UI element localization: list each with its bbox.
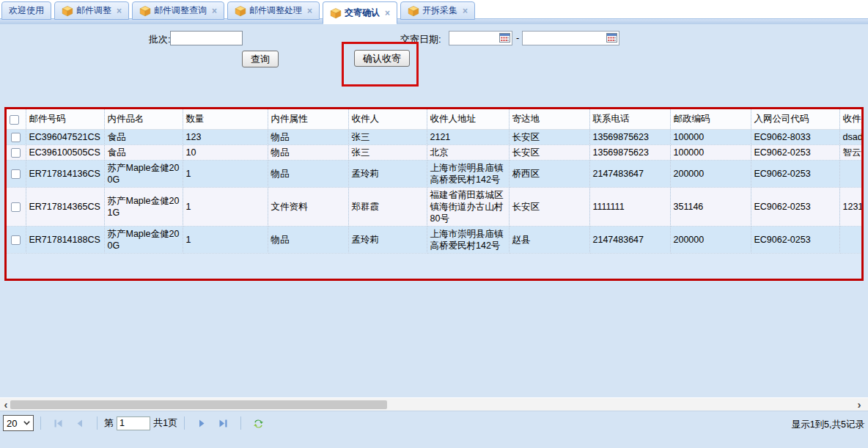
tab-邮件调整查询[interactable]: 邮件调整查询×: [132, 1, 224, 20]
table-cell: 200000: [670, 161, 751, 188]
table-cell: 赵县: [509, 227, 589, 254]
table-row[interactable]: ER717814188CS苏产Maple金健200G1物品孟玲莉上海市崇明县庙镇…: [7, 227, 864, 254]
tab-邮件调整处理[interactable]: 邮件调整处理×: [227, 1, 320, 20]
column-header[interactable]: 收件人单: [839, 109, 864, 130]
chevron-down-icon: [23, 421, 30, 425]
row-checkbox[interactable]: [11, 169, 21, 179]
chevron-right-icon[interactable]: ›: [853, 398, 865, 411]
column-header[interactable]: 邮件号码: [26, 109, 104, 130]
table-cell: 孟玲莉: [348, 161, 427, 188]
table-row[interactable]: ER717814136CS苏产Maple金健200G1物品孟玲莉上海市崇明县庙镇…: [7, 161, 864, 188]
package-icon: [235, 5, 246, 17]
row-checkbox[interactable]: [11, 235, 21, 245]
tab-欢迎使用[interactable]: 欢迎使用: [1, 1, 51, 20]
table-cell: EC9062-0253: [751, 227, 839, 254]
row-checkbox[interactable]: [11, 202, 21, 212]
column-header[interactable]: 收件人: [348, 109, 427, 130]
page-number-input[interactable]: [117, 416, 150, 430]
date-to-field: [522, 31, 619, 45]
table-cell: EC9062-0253: [751, 188, 839, 227]
package-icon: [62, 5, 73, 17]
table-cell: 1111111: [589, 188, 670, 227]
scrollbar-thumb[interactable]: [10, 400, 387, 409]
table-cell: 张三: [348, 145, 427, 161]
close-icon[interactable]: ×: [212, 7, 217, 15]
tab-bar: 欢迎使用邮件调整×邮件调整查询×邮件调整处理×交寄确认×开拆采集×: [0, 0, 868, 24]
table-cell: 1: [183, 188, 268, 227]
table-cell: 100000: [670, 130, 751, 145]
date-range-separator: -: [516, 32, 519, 43]
table-cell: dsadfaf: [839, 130, 864, 145]
table-cell: 351146: [670, 188, 751, 227]
date-from-field: [449, 31, 512, 45]
tab-开拆采集[interactable]: 开拆采集×: [400, 1, 475, 20]
page-prefix-label: 第: [104, 416, 114, 430]
select-all-checkbox[interactable]: [10, 115, 19, 125]
column-header[interactable]: 寄达地: [509, 109, 589, 130]
date-from-input[interactable]: [449, 32, 499, 44]
table-row[interactable]: ER717814365CS苏产Maple金健201G1文件资料郑群霞福建省莆田荔…: [7, 188, 864, 227]
table-cell: EC9062-0253: [751, 161, 839, 188]
table-cell: 物品: [268, 161, 348, 188]
refresh-icon[interactable]: [253, 418, 264, 429]
column-header[interactable]: 收件人地址: [427, 109, 509, 130]
date-to-input[interactable]: [523, 32, 606, 44]
table-cell: 物品: [268, 227, 348, 254]
table-cell: 北京: [427, 145, 509, 161]
close-icon[interactable]: ×: [117, 7, 122, 15]
page-last-icon[interactable]: [218, 418, 229, 429]
table-cell: EC396100505CS: [26, 145, 104, 161]
tab-邮件调整[interactable]: 邮件调整×: [54, 1, 129, 20]
mail-table: 邮件号码内件品名数量内件属性收件人收件人地址寄达地联系电话邮政编码入网公司代码收…: [7, 109, 864, 254]
row-checkbox[interactable]: [11, 148, 21, 158]
page-next-icon[interactable]: [196, 418, 207, 429]
close-icon[interactable]: ×: [307, 7, 312, 15]
column-header[interactable]: 邮政编码: [670, 109, 751, 130]
tab-label: 开拆采集: [422, 4, 457, 17]
table-cell: 孟玲莉: [348, 227, 427, 254]
table-cell: 物品: [268, 130, 348, 145]
table-cell: 200000: [670, 227, 751, 254]
column-header[interactable]: 内件属性: [268, 109, 348, 130]
calendar-icon[interactable]: [499, 33, 511, 43]
table-cell: ER717814188CS: [26, 227, 104, 254]
table-cell: 13569875623: [589, 130, 670, 145]
total-pages-label: 共1页: [153, 416, 177, 430]
column-header[interactable]: 数量: [183, 109, 268, 130]
divider: [40, 416, 41, 430]
confirm-receipt-button[interactable]: 确认收寄: [354, 50, 410, 67]
close-icon[interactable]: ×: [385, 9, 390, 18]
table-cell: 1: [183, 227, 268, 254]
pagination-bar: 20 第 共1页: [0, 411, 868, 448]
query-button[interactable]: 查询: [242, 51, 279, 67]
table-cell: 1: [183, 161, 268, 188]
batch-input[interactable]: [170, 31, 243, 45]
table-cell: 郑群霞: [348, 188, 427, 227]
table-row[interactable]: EC396047521CS食品123物品张三2121长安区13569875623…: [7, 130, 864, 145]
horizontal-scrollbar[interactable]: ‹ ›: [0, 397, 868, 411]
calendar-icon[interactable]: [606, 33, 618, 43]
table-cell: 123: [183, 130, 268, 145]
table-row[interactable]: EC396100505CS食品10物品张三北京长安区13569875623100…: [7, 145, 864, 161]
table-cell: 苏产Maple金健200G: [104, 227, 183, 254]
column-header[interactable]: 入网公司代码: [751, 109, 839, 130]
table-cell: ER717814136CS: [26, 161, 104, 188]
close-icon[interactable]: ×: [463, 7, 468, 15]
table-cell: 长安区: [509, 130, 589, 145]
table-header-row: 邮件号码内件品名数量内件属性收件人收件人地址寄达地联系电话邮政编码入网公司代码收…: [7, 109, 864, 130]
page-size-select[interactable]: 20: [3, 415, 34, 431]
package-icon: [408, 5, 419, 17]
tab-label: 邮件调整: [76, 4, 111, 17]
row-checkbox[interactable]: [11, 133, 21, 142]
highlight-box: 确认收寄: [342, 42, 419, 87]
table-cell: EC396047521CS: [26, 130, 104, 145]
tab-交寄确认[interactable]: 交寄确认×: [323, 1, 397, 24]
page-first-icon[interactable]: [53, 418, 64, 429]
column-header[interactable]: 联系电话: [589, 109, 670, 130]
table-cell: 智云达: [839, 145, 864, 161]
batch-label: 批次:: [149, 33, 171, 46]
column-header[interactable]: 内件品名: [104, 109, 183, 130]
page-prev-icon[interactable]: [74, 418, 85, 429]
tab-label: 交寄确认: [345, 7, 380, 19]
divider: [97, 416, 98, 430]
